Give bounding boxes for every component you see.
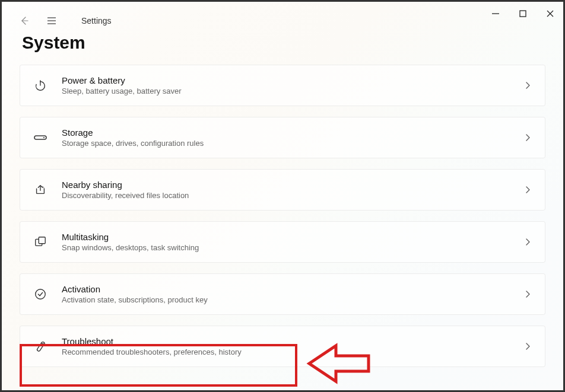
setting-item-multitasking[interactable]: Multitasking Snap windows, desktops, tas… <box>20 221 545 263</box>
settings-list: Power & battery Sleep, battery usage, ba… <box>20 65 545 367</box>
minimize-button[interactable] <box>491 9 500 18</box>
setting-item-nearby-sharing[interactable]: Nearby sharing Discoverability, received… <box>20 169 545 211</box>
chevron-right-icon <box>523 186 532 194</box>
chevron-right-icon <box>523 238 532 246</box>
item-title: Troubleshoot <box>62 336 523 346</box>
setting-item-power-battery[interactable]: Power & battery Sleep, battery usage, ba… <box>20 65 545 106</box>
item-title: Multitasking <box>62 232 523 242</box>
hamburger-menu-button[interactable] <box>45 14 59 28</box>
item-subtitle: Sleep, battery usage, battery saver <box>62 87 523 95</box>
app-title: Settings <box>81 16 112 26</box>
setting-item-storage[interactable]: Storage Storage space, drives, configura… <box>20 117 545 158</box>
item-title: Power & battery <box>62 75 523 85</box>
item-subtitle: Discoverability, received files location <box>62 191 523 200</box>
item-title: Nearby sharing <box>62 180 523 190</box>
item-subtitle: Storage space, drives, configuration rul… <box>62 139 523 148</box>
svg-rect-1 <box>520 11 526 17</box>
close-button[interactable] <box>545 9 555 18</box>
page-title: System <box>20 33 545 53</box>
item-title: Activation <box>62 284 523 294</box>
item-subtitle: Snap windows, desktops, task switching <box>62 243 523 252</box>
setting-item-activation[interactable]: Activation Activation state, subscriptio… <box>20 273 545 315</box>
multitasking-icon <box>33 235 47 249</box>
header-bar: Settings <box>2 8 112 34</box>
wrench-icon <box>33 339 47 353</box>
svg-rect-14 <box>39 237 45 244</box>
setting-item-troubleshoot[interactable]: Troubleshoot Recommended troubleshooters… <box>20 326 545 367</box>
maximize-button[interactable] <box>518 9 528 18</box>
item-subtitle: Recommended troubleshooters, preferences… <box>62 348 523 356</box>
chevron-right-icon <box>523 290 532 298</box>
item-title: Storage <box>62 128 523 138</box>
back-button[interactable] <box>17 14 31 28</box>
svg-point-11 <box>43 137 45 138</box>
item-subtitle: Activation state, subscriptions, product… <box>62 295 523 304</box>
chevron-right-icon <box>523 81 532 90</box>
chevron-right-icon <box>523 133 532 142</box>
chevron-right-icon <box>523 342 532 350</box>
svg-point-15 <box>36 289 46 299</box>
checkmark-circle-icon <box>33 287 47 301</box>
share-icon <box>33 183 47 197</box>
power-icon <box>33 78 47 93</box>
storage-icon <box>33 130 47 145</box>
